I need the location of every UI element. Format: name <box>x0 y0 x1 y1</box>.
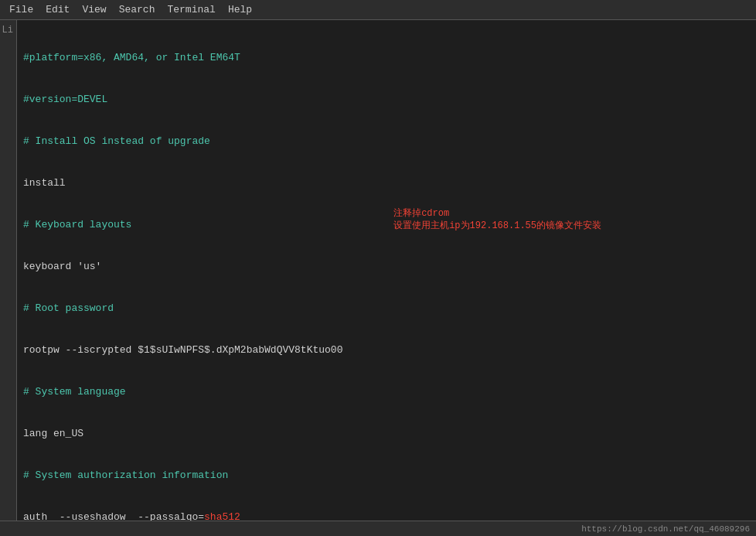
code-line-8: rootpw --iscrypted $1$sUIwNPFS$.dXpM2bab… <box>23 343 750 357</box>
code-line-4: install <box>23 176 750 190</box>
code-line-9: # System language <box>23 385 750 399</box>
code-line-12: auth --useshadow --passalgo=sha512 <box>23 510 750 521</box>
editor-container: Li #platform=x86, AMD64, or Intel EM64T … <box>0 20 756 521</box>
line-numbers: Li <box>0 20 17 521</box>
menu-view[interactable]: View <box>76 2 112 17</box>
code-line-7: # Root password <box>23 302 750 316</box>
code-line-10: lang en_US <box>23 427 750 441</box>
code-line-2: #version=DEVEL <box>23 93 750 107</box>
code-line-5: # Keyboard layouts <box>23 218 750 232</box>
code-area[interactable]: #platform=x86, AMD64, or Intel EM64T #ve… <box>17 20 756 521</box>
menu-search[interactable]: Search <box>113 2 162 17</box>
menu-terminal[interactable]: Terminal <box>161 2 221 17</box>
statusbar: https://blog.csdn.net/qq_46089296 <box>0 521 756 536</box>
menu-file[interactable]: File <box>3 2 39 17</box>
menubar: File Edit View Search Terminal Help <box>0 0 756 20</box>
code-line-6: keyboard 'us' <box>23 260 750 274</box>
code-line-11: # System authorization information <box>23 469 750 483</box>
code-line-3: # Install OS instead of upgrade <box>23 135 750 149</box>
code-line-1: #platform=x86, AMD64, or Intel EM64T <box>23 51 750 65</box>
statusbar-url: https://blog.csdn.net/qq_46089296 <box>581 524 750 534</box>
menu-edit[interactable]: Edit <box>39 2 76 17</box>
menu-help[interactable]: Help <box>222 2 258 17</box>
